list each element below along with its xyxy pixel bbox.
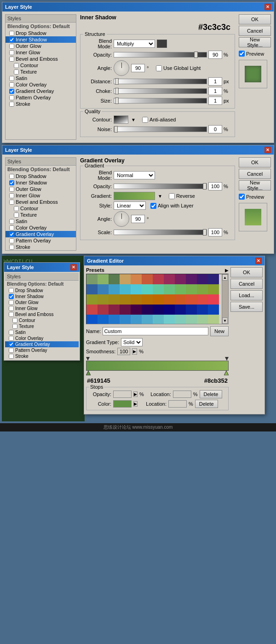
panel1-inner-glow-check[interactable] bbox=[9, 50, 14, 55]
panel1-preview-check[interactable] bbox=[239, 51, 245, 57]
panel1-noise-slider[interactable] bbox=[114, 126, 207, 132]
preset-swatch-34[interactable] bbox=[197, 294, 208, 305]
preset-swatch-59[interactable] bbox=[208, 315, 219, 324]
preset-swatch-33[interactable] bbox=[186, 294, 197, 305]
panel1-sidebar-texture[interactable]: Texture bbox=[6, 69, 76, 75]
preset-swatch-3[interactable] bbox=[120, 274, 131, 284]
preset-swatch-48[interactable] bbox=[86, 315, 98, 324]
preset-swatch-42[interactable] bbox=[153, 305, 164, 315]
preset-swatch-57[interactable] bbox=[186, 315, 197, 324]
panel2-align-layer-check[interactable] bbox=[150, 203, 156, 209]
panel1-close-button[interactable]: ✕ bbox=[264, 4, 271, 10]
preset-swatch-35[interactable] bbox=[208, 294, 219, 305]
preset-swatch-4[interactable] bbox=[131, 274, 142, 284]
panel2-satin-check[interactable] bbox=[9, 219, 14, 224]
panel1-sidebar-bevel-emboss[interactable]: Bevel and Emboss bbox=[6, 56, 76, 62]
preset-swatch-43[interactable] bbox=[164, 305, 175, 315]
panel1-contour-check[interactable] bbox=[14, 63, 19, 68]
preset-swatch-51[interactable] bbox=[120, 315, 131, 324]
preset-swatch-38[interactable] bbox=[109, 305, 120, 315]
panel2-opacity-input[interactable] bbox=[208, 182, 222, 190]
panel3-ls-texture-check[interactable] bbox=[12, 324, 17, 329]
panel2-pattern-overlay-check[interactable] bbox=[9, 238, 14, 243]
panel2-color-overlay-check[interactable] bbox=[9, 225, 14, 230]
panel1-blending-options[interactable]: Blending Options: Default bbox=[6, 23, 76, 30]
panel2-drop-shadow-check[interactable] bbox=[9, 174, 14, 179]
panel2-ok-button[interactable]: OK bbox=[239, 157, 271, 167]
panel2-sidebar-outer-glow[interactable]: Outer Glow bbox=[6, 186, 76, 192]
panel1-satin-check[interactable] bbox=[9, 76, 14, 81]
panel2-preview-check[interactable] bbox=[239, 194, 245, 200]
panel1-gradient-overlay-check[interactable] bbox=[9, 89, 14, 94]
panel3-ls-pattern-overlay[interactable]: Pattern Overlay bbox=[5, 347, 79, 353]
panel3-color-location-input[interactable] bbox=[168, 400, 187, 408]
panel1-contour-picker[interactable] bbox=[114, 115, 128, 124]
panel2-scale-slider[interactable] bbox=[114, 230, 207, 235]
preset-swatch-20[interactable] bbox=[175, 284, 186, 294]
panel2-new-style-button[interactable]: New Style... bbox=[239, 180, 271, 190]
preset-swatch-40[interactable] bbox=[131, 305, 142, 315]
panel3-ls-color-overlay[interactable]: Color Overlay bbox=[5, 335, 79, 341]
preset-swatch-24[interactable] bbox=[86, 294, 98, 305]
preset-swatch-26[interactable] bbox=[109, 294, 120, 305]
panel2-angle-input[interactable] bbox=[131, 215, 145, 223]
panel3-ls-drop-shadow[interactable]: Drop Shadow bbox=[5, 288, 79, 293]
panel2-preview-label[interactable]: Preview bbox=[239, 194, 271, 200]
panel1-opacity-input[interactable] bbox=[208, 51, 222, 59]
panel1-sidebar-gradient-overlay[interactable]: Gradient Overlay bbox=[6, 88, 76, 94]
panel1-preview-label[interactable]: Preview bbox=[239, 51, 271, 57]
panel3-smoothness-input[interactable] bbox=[117, 348, 130, 355]
panel2-outer-glow-check[interactable] bbox=[9, 187, 14, 192]
panel3-ls-drop-shadow-check[interactable] bbox=[9, 288, 14, 293]
panel1-blend-color-swatch[interactable] bbox=[157, 40, 167, 48]
panel1-blend-mode-select[interactable]: Multiply bbox=[114, 40, 155, 48]
preset-swatch-18[interactable] bbox=[153, 284, 164, 294]
panel3-ls-outer-glow-check[interactable] bbox=[9, 300, 14, 305]
preset-swatch-55[interactable] bbox=[164, 315, 175, 324]
panel2-opacity-slider[interactable] bbox=[114, 184, 207, 189]
preset-swatch-21[interactable] bbox=[186, 284, 197, 294]
panel3-ls-bevel[interactable]: Bevel and Emboss bbox=[5, 311, 79, 317]
panel2-gradient-overlay-check[interactable] bbox=[9, 232, 14, 237]
panel3-opacity-location-input[interactable] bbox=[173, 391, 191, 398]
panel3-ls-satin[interactable]: Satin bbox=[5, 329, 79, 335]
panel2-sidebar-gradient-overlay[interactable]: Gradient Overlay bbox=[6, 231, 76, 237]
preset-swatch-30[interactable] bbox=[153, 294, 164, 305]
panel3-ls-bevel-check[interactable] bbox=[9, 312, 14, 317]
panel1-ok-button[interactable]: OK bbox=[239, 14, 271, 24]
panel1-cancel-button[interactable]: Cancel bbox=[239, 26, 271, 36]
panel1-bevel-check[interactable] bbox=[9, 57, 14, 62]
panel2-blend-mode-select[interactable]: Normal bbox=[114, 171, 155, 179]
preset-swatch-39[interactable] bbox=[120, 305, 131, 315]
preset-swatch-37[interactable] bbox=[98, 305, 109, 315]
panel1-sidebar-inner-shadow[interactable]: Inner Shadow bbox=[6, 36, 76, 43]
panel3-ls-inner-glow[interactable]: Inner Glow bbox=[5, 305, 79, 311]
panel2-sidebar-texture[interactable]: Texture bbox=[6, 212, 76, 218]
preset-swatch-17[interactable] bbox=[142, 284, 153, 294]
preset-swatch-23[interactable] bbox=[208, 284, 219, 294]
panel3-ls-pattern-overlay-check[interactable] bbox=[9, 348, 14, 353]
panel3-bottom-stop-right[interactable] bbox=[224, 371, 229, 375]
preset-swatch-56[interactable] bbox=[175, 315, 186, 324]
panel3-top-stop-right[interactable] bbox=[225, 357, 229, 361]
panel2-reverse-label[interactable]: Reverse bbox=[169, 193, 195, 199]
panel1-sidebar-color-overlay[interactable]: Color Overlay bbox=[6, 81, 76, 88]
panel1-inner-shadow-check[interactable] bbox=[9, 37, 14, 42]
preset-swatch-45[interactable] bbox=[186, 305, 197, 315]
panel1-new-style-button[interactable]: New Style... bbox=[239, 37, 271, 47]
panel3-opacity-delete-btn[interactable]: Delete bbox=[200, 390, 223, 398]
panel3-ls-contour-check[interactable] bbox=[12, 318, 17, 323]
panel2-reverse-check[interactable] bbox=[169, 193, 175, 199]
panel2-inner-glow-check[interactable] bbox=[9, 193, 14, 198]
preset-swatch-58[interactable] bbox=[197, 315, 208, 324]
panel3-ls-inner-glow-check[interactable] bbox=[9, 306, 14, 311]
panel2-texture-check[interactable] bbox=[14, 213, 19, 218]
panel3-gradient-type-select[interactable]: Solid bbox=[121, 338, 143, 346]
panel1-anti-aliased-label[interactable]: Anti-aliased bbox=[142, 117, 176, 123]
panel3-color-stop-swatch[interactable] bbox=[113, 400, 132, 408]
preset-swatch-0[interactable] bbox=[86, 274, 98, 284]
panel2-inner-shadow-check[interactable] bbox=[9, 180, 14, 185]
panel3-cancel-button[interactable]: Cancel bbox=[230, 279, 263, 289]
preset-swatch-54[interactable] bbox=[153, 315, 164, 324]
preset-swatch-11[interactable] bbox=[208, 274, 219, 284]
